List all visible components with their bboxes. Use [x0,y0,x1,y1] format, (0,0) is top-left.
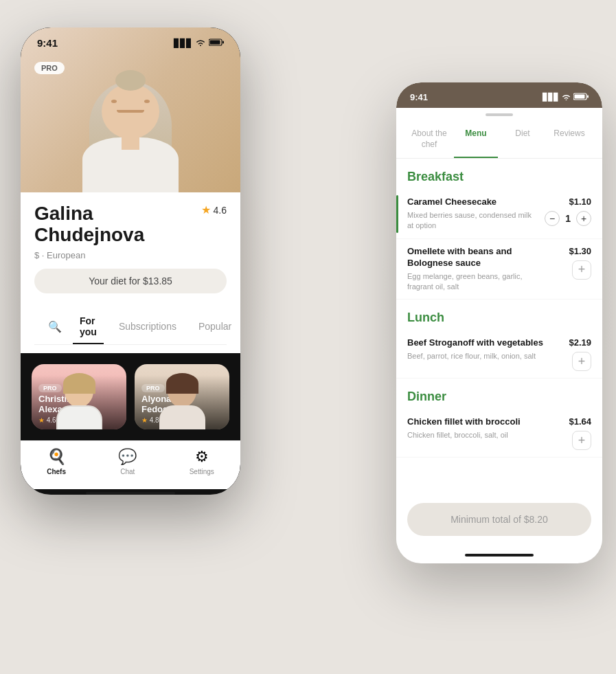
menu-item-info-2: Omellete with beans and Bolognese sauce … [407,246,550,293]
chef-name: Galina Chudejnova [34,203,144,246]
status-bar-right: 9:41 ▊▊▊ [396,82,602,108]
menu-item-right-1: $1.10 − 1 + [545,196,591,226]
menu-item-price-1: $1.10 [569,196,591,207]
menu-item-info-3: Beef Stroganoff with vegetables Beef, pa… [407,337,550,361]
wifi-icon [196,38,205,48]
section-breakfast: Breakfast [396,159,602,190]
tab-popular[interactable]: Popular [192,315,238,339]
nav-settings[interactable]: ⚙ Settings [190,448,214,475]
menu-item-name-4: Chicken fillet with broccoli [407,416,545,428]
menu-item-price-4: $1.64 [569,416,591,427]
left-phone: 9:41 ▊▊▊ [21,27,240,495]
pro-badge-main: PRO [34,62,65,74]
chat-icon: 💬 [118,448,137,466]
filter-tabs: 🔍 For you Subscriptions Popular [34,304,227,345]
svg-rect-5 [587,96,589,98]
battery-icon-right [573,93,589,102]
card-pro-1: PRO [38,384,62,392]
wifi-icon-right [562,93,571,102]
star-icon: ★ [201,203,211,216]
signal-icon-right: ▊▊▊ [543,93,559,102]
status-time-right: 9:41 [410,92,428,102]
bottom-nav: 🍳 Chefs 💬 Chat ⚙ Settings [21,440,240,489]
nav-chefs-label: Chefs [47,468,66,475]
menu-item-desc-1: Mixed berries sause, condensed milk at o… [407,210,539,232]
status-icons-right: ▊▊▊ [543,93,589,102]
menu-tabs: About the chef Menu Diet Reviews [396,116,602,159]
menu-item-name-2: Omellete with beans and Bolognese sauce [407,246,545,269]
battery-icon [209,38,224,48]
svg-rect-4 [575,95,585,99]
nav-chat[interactable]: 💬 Chat [118,448,137,475]
chef-rating: ★ 4.6 [201,203,227,216]
status-bar-left: 9:41 ▊▊▊ [21,27,240,53]
chef-cuisine: $ · European [34,250,227,260]
menu-item-price-3: $2.19 [569,337,591,348]
status-time-left: 9:41 [37,37,58,49]
chef-card-1[interactable]: PRO Christina Alexandrova ★ 4.6 · $ [32,364,126,429]
section-dinner: Dinner [396,379,602,409]
chef-info-section: Galina Chudejnova ★ 4.6 $ · European You… [21,192,240,353]
home-indicator-right [465,554,534,557]
menu-item-right-2: $1.30 + [550,246,591,280]
chefs-icon: 🍳 [47,448,66,466]
menu-item-2: Omellete with beans and Bolognese sauce … [396,239,602,300]
nav-chefs[interactable]: 🍳 Chefs [47,448,66,475]
add-item-btn-4[interactable]: + [572,431,591,450]
menu-item-1: Caramel Cheesecake Mixed berries sause, … [396,190,602,239]
nav-chat-label: Chat [120,468,135,475]
status-icons-left: ▊▊▊ [174,38,224,48]
svg-rect-1 [210,40,220,44]
search-icon[interactable]: 🔍 [45,315,65,339]
menu-item-name-1: Caramel Cheesecake [407,196,539,208]
card-star-1: ★ [38,416,45,424]
menu-item-3: Beef Stroganoff with vegetables Beef, pa… [396,330,602,379]
menu-item-name-3: Beef Stroganoff with vegetables [407,337,545,349]
nav-settings-label: Settings [190,468,214,475]
right-phone: 9:41 ▊▊▊ About the chef Menu Diet Review… [396,82,602,563]
chef-cards-row: PRO Christina Alexandrova ★ 4.6 · $ [21,353,240,440]
tab-reviews[interactable]: Reviews [547,124,591,158]
menu-item-info-1: Caramel Cheesecake Mixed berries sause, … [407,196,545,232]
menu-item-4: Chicken fillet with broccoli Chicken fil… [396,409,602,458]
svg-rect-2 [223,41,224,43]
add-item-btn-3[interactable]: + [572,352,591,371]
settings-icon: ⚙ [195,448,209,466]
bottom-btn-area: Minimum total of $8.20 [396,495,602,550]
menu-item-desc-2: Egg melange, green beans, garlic, fragra… [407,271,545,293]
menu-item-price-2: $1.30 [569,246,591,256]
tab-diet[interactable]: Diet [501,124,545,158]
menu-item-right-4: $1.64 + [550,416,591,450]
menu-content: Breakfast Caramel Cheesecake Mixed berri… [396,159,602,495]
home-indicator-left [86,492,175,495]
signal-icon: ▊▊▊ [174,38,192,48]
tab-for-you[interactable]: For you [73,310,104,344]
menu-item-desc-3: Beef, parrot, rice flour, milk, onion, s… [407,351,545,361]
menu-item-right-3: $2.19 + [550,337,591,371]
min-total-button[interactable]: Minimum total of $8.20 [407,503,591,536]
qty-number: 1 [565,213,571,224]
qty-minus-btn[interactable]: − [545,211,560,226]
qty-controls-1: − 1 + [545,211,591,226]
tab-subscriptions[interactable]: Subscriptions [112,315,183,339]
diet-button[interactable]: Your diet for $13.85 [34,269,227,293]
tab-menu[interactable]: Menu [454,124,498,158]
qty-plus-btn[interactable]: + [576,211,591,226]
card-pro-2: PRO [141,384,165,392]
add-item-btn-2[interactable]: + [572,260,591,280]
tab-about-chef[interactable]: About the chef [407,124,451,158]
chef-card-2[interactable]: PRO Alyona Fedoseenko ★ 4.8 · $$$ [135,364,229,429]
section-lunch: Lunch [396,300,602,330]
menu-item-desc-4: Chicken fillet, broccoli, salt, oil [407,430,545,440]
card-star-2: ★ [141,416,148,424]
menu-item-info-4: Chicken fillet with broccoli Chicken fil… [407,416,550,440]
